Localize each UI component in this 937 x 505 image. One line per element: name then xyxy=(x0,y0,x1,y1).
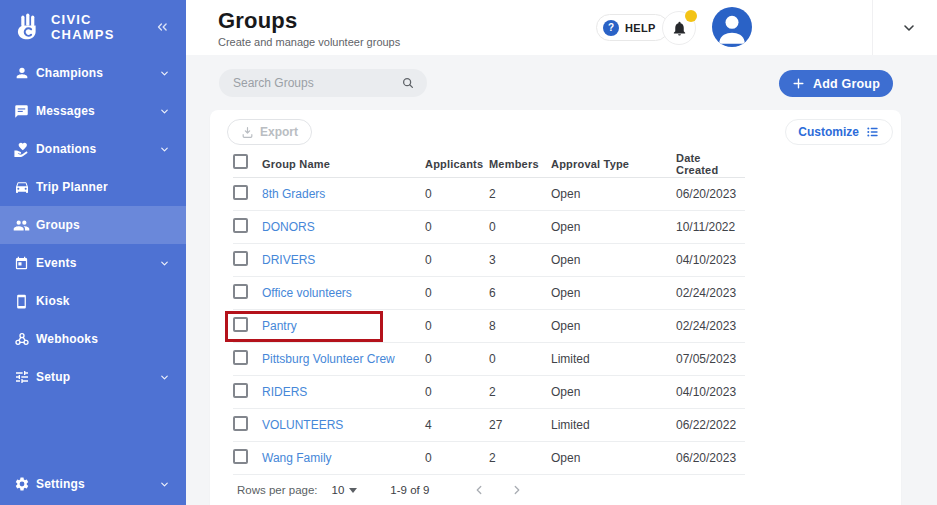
row-checkbox[interactable] xyxy=(233,449,248,464)
date-created-value: 10/11/2022 xyxy=(676,220,745,234)
sidebar-item-groups[interactable]: Groups xyxy=(0,206,186,244)
row-checkbox[interactable] xyxy=(233,284,248,299)
question-icon: ? xyxy=(603,20,619,36)
table-row[interactable]: Office volunteers 0 6 Open 02/24/2023 xyxy=(233,277,745,310)
bell-icon xyxy=(671,20,688,37)
group-name-link[interactable]: Office volunteers xyxy=(262,286,352,300)
group-name-link[interactable]: Wang Family xyxy=(262,451,332,465)
table-row[interactable]: Pantry 0 8 Open 02/24/2023 xyxy=(233,310,745,343)
sidebar: CIVIC CHAMPS Champions Messages xyxy=(0,0,186,505)
members-value: 0 xyxy=(489,220,551,234)
select-all-checkbox[interactable] xyxy=(233,154,248,169)
approval-type-value: Open xyxy=(551,385,676,399)
column-header-applicants[interactable]: Applicants xyxy=(425,158,489,170)
caret-down-icon xyxy=(349,488,357,493)
phone-icon xyxy=(13,293,30,310)
help-button[interactable]: ? HELP xyxy=(596,14,669,41)
approval-type-value: Open xyxy=(551,286,676,300)
gear-icon xyxy=(13,476,30,493)
group-name-link[interactable]: VOLUNTEERS xyxy=(262,418,343,432)
sidebar-item-kiosk[interactable]: Kiosk xyxy=(0,282,186,320)
hand-heart-icon xyxy=(13,141,30,158)
rows-per-page-select[interactable]: 10 xyxy=(332,484,358,496)
row-checkbox[interactable] xyxy=(233,185,248,200)
members-value: 2 xyxy=(489,451,551,465)
group-name-link[interactable]: Pantry xyxy=(262,319,297,333)
account-chevron-down-icon[interactable] xyxy=(901,20,917,36)
next-page-button[interactable] xyxy=(505,478,529,502)
sidebar-collapse-icon[interactable] xyxy=(152,17,172,37)
row-checkbox[interactable] xyxy=(233,218,248,233)
app-root: CIVIC CHAMPS Champions Messages xyxy=(0,0,937,505)
applicants-value: 0 xyxy=(425,319,489,333)
chat-icon xyxy=(13,103,30,120)
sidebar-item-label: Donations xyxy=(36,142,159,156)
sidebar-item-setup[interactable]: Setup xyxy=(0,358,186,396)
row-checkbox[interactable] xyxy=(233,251,248,266)
members-value: 6 xyxy=(489,286,551,300)
sidebar-item-messages[interactable]: Messages xyxy=(0,92,186,130)
rows-per-page-value: 10 xyxy=(332,484,345,496)
group-name-link[interactable]: DONORS xyxy=(262,220,315,234)
sidebar-item-label: Webhooks xyxy=(36,332,170,346)
search-groups-field[interactable] xyxy=(219,69,427,97)
row-checkbox[interactable] xyxy=(233,317,248,332)
approval-type-value: Open xyxy=(551,220,676,234)
pagination-range: 1-9 of 9 xyxy=(390,484,429,496)
column-header-members[interactable]: Members xyxy=(489,158,551,170)
chevron-down-icon xyxy=(159,372,170,383)
table-header-row: Group Name Applicants Members Approval T… xyxy=(233,150,745,178)
chevron-left-icon xyxy=(472,483,486,497)
table-row[interactable]: RIDERS 0 2 Open 04/10/2023 xyxy=(233,376,745,409)
sidebar-item-label: Champions xyxy=(36,66,159,80)
top-header: Groups Create and manage volunteer group… xyxy=(186,0,937,55)
sidebar-item-champions[interactable]: Champions xyxy=(0,54,186,92)
column-header-group-name[interactable]: Group Name xyxy=(262,158,425,170)
sidebar-item-trip-planner[interactable]: Trip Planner xyxy=(0,168,186,206)
sidebar-item-webhooks[interactable]: Webhooks xyxy=(0,320,186,358)
approval-type-value: Open xyxy=(551,187,676,201)
column-header-date-created[interactable]: Date Created xyxy=(676,152,745,176)
chevron-right-icon xyxy=(510,483,524,497)
applicants-value: 0 xyxy=(425,385,489,399)
user-avatar[interactable] xyxy=(712,7,752,47)
applicants-value: 0 xyxy=(425,253,489,267)
sidebar-item-donations[interactable]: Donations xyxy=(0,130,186,168)
notifications-button[interactable] xyxy=(662,11,696,45)
customize-label: Customize xyxy=(798,125,859,139)
sidebar-item-label: Trip Planner xyxy=(36,180,170,194)
table-row[interactable]: VOLUNTEERS 4 27 Limited 06/22/2022 xyxy=(233,409,745,442)
row-checkbox[interactable] xyxy=(233,350,248,365)
group-name-link[interactable]: Pittsburg Volunteer Crew xyxy=(262,352,395,366)
add-group-button[interactable]: Add Group xyxy=(779,70,893,97)
export-label: Export xyxy=(260,125,298,139)
group-name-link[interactable]: 8th Graders xyxy=(262,187,325,201)
pagination-bar: Rows per page: 10 1-9 of 9 xyxy=(237,475,901,505)
content-area: Add Group Export Customize Group xyxy=(186,55,937,505)
group-name-link[interactable]: DRIVERS xyxy=(262,253,315,267)
sidebar-item-events[interactable]: Events xyxy=(0,244,186,282)
avatar-person-icon xyxy=(712,7,752,47)
group-name-link[interactable]: RIDERS xyxy=(262,385,307,399)
table-row[interactable]: DONORS 0 0 Open 10/11/2022 xyxy=(233,211,745,244)
export-button[interactable]: Export xyxy=(227,119,312,145)
sidebar-item-settings[interactable]: Settings xyxy=(0,465,186,503)
table-row[interactable]: DRIVERS 0 3 Open 04/10/2023 xyxy=(233,244,745,277)
previous-page-button[interactable] xyxy=(467,478,491,502)
search-input[interactable] xyxy=(233,76,401,90)
column-header-approval-type[interactable]: Approval Type xyxy=(551,158,676,170)
row-checkbox[interactable] xyxy=(233,383,248,398)
sidebar-item-label: Settings xyxy=(36,477,159,491)
table-row[interactable]: Wang Family 0 2 Open 06/20/2023 xyxy=(233,442,745,475)
list-icon xyxy=(866,125,880,139)
date-created-value: 04/10/2023 xyxy=(676,385,745,399)
table-row[interactable]: 8th Graders 0 2 Open 06/20/2023 xyxy=(233,178,745,211)
row-checkbox[interactable] xyxy=(233,416,248,431)
brand-name: CIVIC CHAMPS xyxy=(51,12,152,43)
chevron-down-icon xyxy=(159,106,170,117)
applicants-value: 0 xyxy=(425,352,489,366)
table-row[interactable]: Pittsburg Volunteer Crew 0 0 Limited 07/… xyxy=(233,343,745,376)
groups-table-card: Export Customize Group Name Applicants M… xyxy=(210,110,901,505)
customize-button[interactable]: Customize xyxy=(785,119,893,145)
rows-per-page-label: Rows per page: xyxy=(237,484,318,496)
